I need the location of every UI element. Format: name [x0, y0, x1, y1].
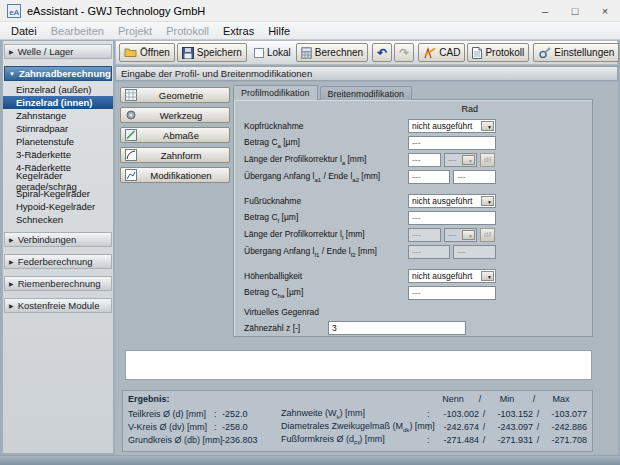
kopf-betrag-input[interactable]: --- [408, 136, 496, 150]
results-rows: Teilkreis Ø (d) [mm] : -252.0 Zahnweite … [128, 407, 590, 446]
kopf-laenge-label: Länge der Profilkorrektur la [mm] [244, 154, 408, 166]
redo-button: ↷ [394, 43, 414, 62]
kopf-uebergang-row: Übergang Anfang la1 / Ende la2 [mm] --- … [244, 169, 592, 184]
protocol-button[interactable]: Protokoll [467, 43, 529, 62]
hoehe-betrag-input[interactable]: --- [408, 286, 496, 300]
close-button[interactable]: × [590, 0, 620, 21]
calculator-icon [301, 47, 312, 59]
tab-profilmodifikation[interactable]: Profilmodifikation [233, 85, 318, 100]
sidebar-item-einzelrad-innen[interactable]: Einzelrad (innen) [3, 96, 113, 109]
sidebar-item-schnecken[interactable]: Schnecken [3, 213, 113, 226]
profile-modification-panel: Rad Kopfrücknahme nicht ausgeführt Betra… [233, 99, 593, 337]
sidebar-group-federberechnung[interactable]: Federberechnung [4, 254, 112, 269]
modifikationen-button[interactable]: Modifikationen [120, 167, 230, 183]
geometrie-button[interactable]: Geometrie [120, 87, 230, 103]
modification-tabs: Profilmodifikation Breitenmodifikation [233, 86, 414, 100]
save-button[interactable]: Speichern [177, 43, 247, 62]
fuss-uebergang-ende-input: --- [453, 245, 496, 259]
zweikugelmass-min: -243.097 [489, 422, 533, 432]
zahnweite-min: -103.152 [489, 409, 533, 419]
fussformkreis-nenn: -271.484 [435, 435, 479, 445]
sidebar-item-kegelraeder[interactable]: Kegelräder gerade/schräg [3, 174, 113, 187]
sidebar-item-einzelrad-aussen[interactable]: Einzelrad (außen) [3, 83, 113, 96]
titlebar: eA eAssistant - GWJ Technology GmbH – □ … [0, 0, 620, 22]
maximize-button[interactable]: □ [560, 0, 590, 21]
tab-breitenmodifikation[interactable]: Breitenmodifikation [320, 86, 413, 100]
header-min: Min [485, 394, 529, 404]
zahnweite-max: -103.077 [543, 409, 587, 419]
zahnweite-nenn: -103.002 [435, 409, 479, 419]
abmasse-button[interactable]: Abmaße [120, 127, 230, 143]
kopfruecknahme-label: Kopfrücknahme [244, 121, 408, 131]
header-nenn: Nenn [431, 394, 475, 404]
section-nav: Geometrie Werkzeug Abmaße Zahnform Modif… [120, 87, 230, 187]
zahnform-button[interactable]: Zahnform [120, 147, 230, 163]
sidebar-item-hypoid-kegelraeder[interactable]: Hypoid-Kegelräder [3, 200, 113, 213]
zaehnezahl-input[interactable]: 3 [328, 321, 466, 335]
save-icon [182, 47, 194, 59]
module-sidebar: Welle / Lager Zahnradberechnung Einzelra… [2, 41, 114, 454]
vkreis-value: -258.0 [222, 422, 272, 432]
sidebar-item-stirnradpaar[interactable]: Stirnradpaar [3, 122, 113, 135]
kopfruecknahme-dropdown[interactable]: nicht ausgeführt [408, 119, 496, 133]
local-checkbox-label: Lokal [267, 47, 291, 58]
fuss-uebergang-row: Übergang Anfang lf1 / Ende lf2 [mm] --- … [244, 244, 592, 259]
zaehnezahl-row: Zähnezahl z [-] 3 [244, 320, 592, 335]
fuss-laenge-ratio-button: d/l [480, 228, 495, 242]
settings-icon [538, 47, 551, 59]
kopf-uebergang-anfang-input[interactable]: --- [408, 170, 450, 184]
calculate-button[interactable]: Berechnen [296, 43, 368, 62]
zweikugelmass-max: -242.886 [543, 422, 587, 432]
folder-open-icon [124, 47, 137, 58]
fuss-laenge-row: Länge der Profilkorrektur lf [mm] --- --… [244, 227, 592, 242]
sidebar-group-riemenberechnung[interactable]: Riemenberechnung [4, 276, 112, 291]
menu-projekt: Projekt [111, 25, 159, 37]
minimize-button[interactable]: – [530, 0, 560, 21]
hoehe-betrag-row: Betrag Cha [µm] --- [244, 285, 592, 300]
hoehenballigkeit-dropdown[interactable]: nicht ausgeführt [408, 269, 496, 283]
sidebar-group-verbindungen[interactable]: Verbindungen [4, 232, 112, 247]
content-area: Geometrie Werkzeug Abmaße Zahnform Modif… [115, 82, 618, 455]
werkzeug-button[interactable]: Werkzeug [120, 107, 230, 123]
sidebar-group-zahnradberechnung[interactable]: Zahnradberechnung [4, 66, 112, 81]
menu-bearbeiten: Bearbeiten [44, 25, 111, 37]
sidebar-item-zahnstange[interactable]: Zahnstange [3, 109, 113, 122]
fussformkreis-max: -271.708 [543, 435, 587, 445]
result-row-grundkreis: Grundkreis Ø (db) [mm] : -236.803 Fußfor… [128, 433, 590, 446]
menu-extras[interactable]: Extras [216, 25, 261, 37]
local-checkbox[interactable] [254, 48, 264, 58]
sidebar-group-kostenfreie-module[interactable]: Kostenfreie Module [4, 298, 112, 313]
fussruecknahme-dropdown[interactable]: nicht ausgeführt [408, 194, 496, 208]
undo-button[interactable]: ↶ [372, 43, 392, 62]
app-icon: eA [7, 4, 21, 18]
sidebar-group-welle-lager[interactable]: Welle / Lager [4, 44, 112, 59]
kopf-laenge-ratio-button: d/l [480, 153, 495, 167]
menu-datei[interactable]: Datei [4, 25, 44, 37]
main-area: Öffnen Speichern Lokal Berechnen ↶ ↷ CAD… [115, 40, 618, 455]
toolbar: Öffnen Speichern Lokal Berechnen ↶ ↷ CAD… [115, 40, 618, 65]
svg-text:eA: eA [9, 7, 19, 16]
settings-button[interactable]: Einstellungen [533, 43, 619, 62]
redo-icon: ↷ [399, 46, 409, 60]
sidebar-item-planetenstufe[interactable]: Planetenstufe [3, 135, 113, 148]
cad-button[interactable]: CAD [418, 43, 465, 62]
kopf-laenge-input[interactable]: --- [408, 153, 441, 167]
hoehenballigkeit-row: Höhenballigkeit nicht ausgeführt [244, 268, 592, 283]
kopf-uebergang-ende-input[interactable]: --- [453, 170, 496, 184]
header-max: Max [539, 394, 583, 404]
sidebar-item-3-raederkette[interactable]: 3-Räderkette [3, 148, 113, 161]
bottom-status-strip [0, 455, 620, 465]
status-line-text: Eingabe der Profil- und Breitenmodifikat… [121, 68, 312, 79]
menu-hilfe[interactable]: Hilfe [261, 25, 297, 37]
fuss-laenge-dropdown: --- [444, 228, 477, 242]
open-button[interactable]: Öffnen [119, 43, 175, 62]
zaehnezahl-label: Zähnezahl z [-] [244, 323, 328, 333]
tooth-curve-icon [125, 149, 137, 161]
document-icon [472, 47, 482, 59]
fuss-betrag-input[interactable]: --- [408, 211, 496, 225]
fuss-laenge-label: Länge der Profilkorrektur lf [mm] [244, 229, 408, 241]
fussformkreis-min: -271.931 [489, 435, 533, 445]
column-header-rad: Rad [244, 104, 506, 116]
geometry-grid-icon [125, 89, 137, 101]
zweikugelmass-nenn: -242.674 [435, 422, 479, 432]
